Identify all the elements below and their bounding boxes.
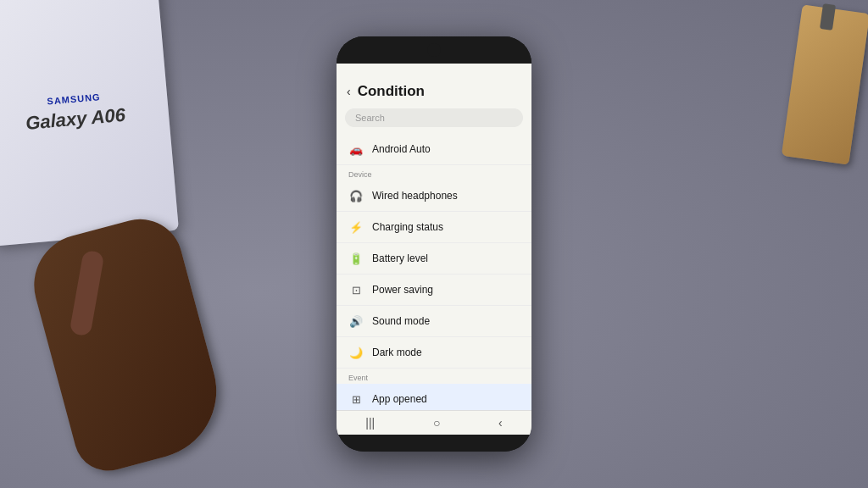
status-icons — [521, 65, 523, 73]
phone-screen: ‹ Condition Search 🚗 Android Auto Device… — [337, 75, 531, 435]
list-item-power-saving[interactable]: ⊡ Power saving — [337, 274, 531, 306]
power-saving-icon: ⊡ — [348, 282, 364, 297]
battery-level-label: Battery level — [372, 252, 428, 264]
status-bar — [337, 64, 531, 75]
power-saving-label: Power saving — [372, 284, 433, 296]
android-auto-icon: 🚗 — [348, 141, 364, 157]
sound-mode-icon: 🔊 — [348, 313, 364, 329]
list-item-app-opened[interactable]: ⊞ App opened — [337, 384, 531, 410]
android-auto-label: Android Auto — [372, 143, 431, 155]
list-item-android-auto[interactable]: 🚗 Android Auto — [337, 134, 531, 165]
charging-icon: ⚡ — [348, 219, 364, 235]
list-item-dark-mode[interactable]: 🌙 Dark mode — [337, 337, 531, 369]
phone-notch-area — [337, 36, 531, 64]
list-container: 🚗 Android Auto Device 🎧 Wired headphones… — [337, 134, 531, 410]
list-item-charging-status[interactable]: ⚡ Charging status — [337, 212, 531, 243]
section-label-device: Device — [337, 165, 531, 180]
app-opened-icon: ⊞ — [348, 391, 364, 407]
nav-recent-button[interactable]: ||| — [365, 416, 375, 430]
wired-headphones-icon: 🎧 — [348, 188, 364, 203]
list-item-sound-mode[interactable]: 🔊 Sound mode — [337, 306, 531, 337]
phone: ‹ Condition Search 🚗 Android Auto Device… — [337, 36, 531, 452]
list-item-battery-level[interactable]: 🔋 Battery level — [337, 243, 531, 274]
phone-notch — [427, 43, 441, 57]
phone-bottom — [337, 435, 531, 452]
dark-mode-icon: 🌙 — [348, 345, 364, 360]
page-title: Condition — [358, 83, 425, 100]
search-placeholder: Search — [355, 113, 385, 123]
search-bar[interactable]: Search — [345, 108, 523, 127]
section-label-event: Event — [337, 369, 531, 384]
charging-status-label: Charging status — [372, 221, 443, 233]
wired-headphones-label: Wired headphones — [372, 190, 458, 202]
dark-mode-label: Dark mode — [372, 347, 422, 358]
list-item-wired-headphones[interactable]: 🎧 Wired headphones — [337, 180, 531, 212]
battery-icon: 🔋 — [348, 251, 364, 266]
app-header: ‹ Condition — [337, 75, 531, 105]
back-button[interactable]: ‹ — [347, 85, 351, 98]
nav-back-button[interactable]: ‹ — [498, 416, 503, 430]
app-opened-label: App opened — [372, 393, 427, 405]
sound-mode-label: Sound mode — [372, 315, 430, 327]
samsung-box: SAMSUNG Galaxy A06 — [0, 0, 179, 247]
nav-home-button[interactable]: ○ — [433, 416, 440, 430]
nav-bar: ||| ○ ‹ — [337, 410, 531, 435]
samsung-brand-label: SAMSUNG — [47, 92, 101, 106]
samsung-model-label: Galaxy A06 — [25, 103, 126, 134]
